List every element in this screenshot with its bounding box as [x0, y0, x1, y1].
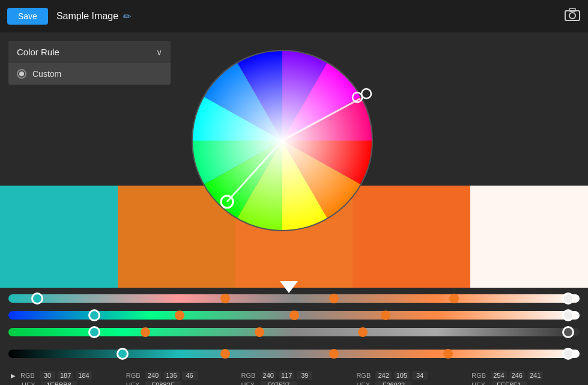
color-info-2-rgb-row: RGB 240 136 46 — [126, 371, 232, 380]
ci-label-rgb-1: RGB — [20, 372, 37, 379]
ci-r-1: 30 — [40, 371, 55, 380]
slider-dot-1c[interactable] — [449, 294, 459, 303]
ci-b-5: 241 — [527, 371, 543, 380]
main-area: Color Rule ∨ Custom — [0, 32, 588, 385]
edit-icon[interactable]: ✏ — [123, 11, 131, 22]
color-rule-body: Custom — [8, 63, 171, 85]
color-info-4: RGB 242 105 34 HEX F26922 — [351, 371, 467, 385]
color-info-4-hex-row: HEX F26922 — [356, 381, 462, 385]
ci-r-3: 240 — [261, 371, 276, 380]
chevron-down-icon: ∨ — [156, 47, 162, 57]
slider-row-3 — [6, 324, 582, 340]
ci-label-rgb-3: RGB — [241, 372, 258, 379]
slider-dot-4c[interactable] — [443, 349, 453, 359]
ci-g-3: 117 — [279, 371, 294, 380]
color-wheel[interactable] — [186, 44, 378, 237]
ci-b-1: 184 — [76, 371, 91, 380]
slider-thumb-2-end[interactable] — [562, 309, 574, 321]
ci-g-2: 136 — [163, 371, 179, 380]
ci-b-3: 39 — [297, 371, 312, 380]
svg-point-9 — [362, 89, 371, 99]
color-info-2: RGB 240 136 46 HEX F0882E — [121, 371, 237, 385]
swatch-white[interactable] — [470, 186, 588, 288]
ci-label-rgb-2: RGB — [126, 372, 143, 379]
custom-radio[interactable] — [17, 69, 26, 79]
color-info-5: RGB 254 246 241 HEX FEE6F1 — [467, 371, 582, 385]
ci-hex-5: FEE6F1 — [491, 381, 527, 385]
triangle-indicator — [280, 281, 298, 293]
ci-label-hex-1: HEX — [22, 381, 38, 385]
color-info-1-hex-row: HEX 1EBBB8 — [11, 381, 117, 385]
color-info-3-hex-row: HEX F07527 — [241, 381, 347, 385]
title-area: Sample Image ✏ — [56, 11, 564, 22]
ci-hex-4: F26922 — [375, 381, 411, 385]
color-info-3-rgb-row: RGB 240 117 39 — [241, 371, 347, 380]
ci-r-4: 242 — [375, 371, 391, 380]
ci-label-hex-3: HEX — [241, 381, 258, 385]
slider-thumb-4-end[interactable] — [562, 348, 574, 360]
color-rule-panel: Color Rule ∨ Custom — [8, 41, 171, 85]
color-info-2-hex-row: HEX F0882E — [126, 381, 232, 385]
slider-gap — [6, 341, 582, 346]
slider-track-3[interactable] — [8, 328, 580, 336]
slider-dot-1b[interactable] — [329, 294, 339, 303]
slider-dot-4b[interactable] — [329, 349, 339, 359]
expand-icon-1[interactable]: ▶ — [11, 372, 16, 379]
header: Save Sample Image ✏ — [0, 0, 588, 32]
color-info-1: ▶ RGB 30 187 184 HEX 1EBBB8 — [6, 371, 121, 385]
slider-dot-3b[interactable] — [255, 327, 264, 337]
ci-hex-3: F07527 — [261, 381, 297, 385]
save-button[interactable]: Save — [7, 8, 48, 25]
slider-dot-1a[interactable] — [220, 294, 230, 303]
svg-point-1 — [569, 13, 575, 19]
ci-b-2: 46 — [182, 371, 198, 380]
ci-label-rgb-5: RGB — [471, 372, 488, 379]
color-info-3: RGB 240 117 39 HEX F07527 — [237, 371, 352, 385]
ci-hex-1: 1EBBB8 — [41, 381, 77, 385]
slider-row-4 — [6, 346, 582, 362]
ci-g-5: 246 — [509, 371, 525, 380]
slider-dot-3c[interactable] — [358, 327, 368, 337]
ci-label-hex-4: HEX — [356, 381, 373, 385]
custom-radio-inner — [19, 71, 24, 76]
camera-icon[interactable] — [564, 7, 581, 25]
color-info-4-rgb-row: RGB 242 105 34 — [356, 371, 462, 380]
slider-thumb-2[interactable] — [88, 309, 100, 321]
slider-dot-3a[interactable] — [141, 327, 150, 337]
svg-rect-2 — [569, 8, 575, 11]
color-info-5-rgb-row: RGB 254 246 241 — [471, 371, 577, 380]
slider-track-2[interactable] — [8, 311, 580, 320]
slider-thumb-3-end[interactable] — [562, 326, 574, 338]
color-info-5-hex-row: HEX FEE6F1 — [471, 381, 577, 385]
slider-thumb-4[interactable] — [117, 348, 129, 360]
slider-dot-2b[interactable] — [289, 311, 299, 320]
color-rule-header[interactable]: Color Rule ∨ — [8, 41, 171, 63]
color-info-1-rgb-row: ▶ RGB 30 187 184 — [11, 371, 117, 380]
ci-g-4: 105 — [394, 371, 410, 380]
swatch-teal[interactable] — [0, 186, 118, 288]
slider-row-2 — [6, 308, 582, 323]
custom-label: Custom — [32, 69, 61, 79]
slider-thumb-1[interactable] — [31, 293, 43, 305]
ci-hex-2: F0882E — [145, 381, 181, 385]
slider-track-1[interactable] — [8, 294, 580, 303]
slider-thumb-3[interactable] — [88, 326, 100, 338]
ci-g-1: 187 — [58, 371, 73, 380]
ci-b-4: 34 — [412, 371, 428, 380]
slider-dot-4a[interactable] — [220, 349, 230, 359]
page-title: Sample Image — [56, 11, 118, 22]
ci-label-hex-2: HEX — [126, 381, 143, 385]
custom-option[interactable]: Custom — [17, 69, 162, 79]
slider-dot-2a[interactable] — [175, 311, 184, 320]
ci-r-2: 240 — [145, 371, 161, 380]
ci-label-rgb-4: RGB — [356, 372, 373, 379]
info-section: ▶ RGB 30 187 184 HEX 1EBBB8 RGB 240 136 … — [0, 368, 588, 385]
slider-thumb-1-end[interactable] — [562, 293, 574, 305]
slider-track-4[interactable] — [8, 350, 580, 358]
ci-label-hex-5: HEX — [471, 381, 488, 385]
ci-r-5: 254 — [491, 371, 506, 380]
color-rule-title: Color Rule — [17, 47, 59, 57]
sliders-section — [0, 291, 588, 363]
slider-dot-2c[interactable] — [381, 311, 390, 320]
